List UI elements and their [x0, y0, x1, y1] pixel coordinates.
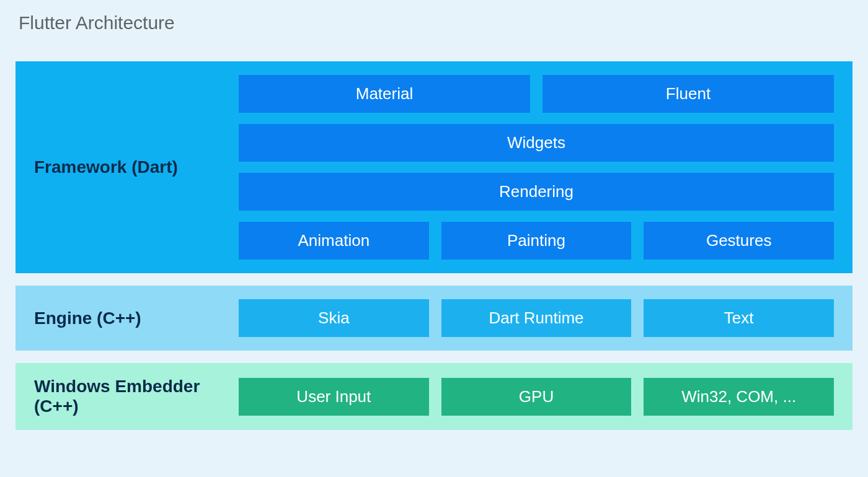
layers-container: Framework (Dart) Material Fluent Widgets…: [16, 61, 852, 430]
diagram-title: Flutter Architecture: [19, 12, 852, 33]
block-gestures: Gestures: [644, 222, 834, 260]
engine-layer: Engine (C++) Skia Dart Runtime Text: [16, 286, 852, 351]
framework-row-widgets: Widgets: [239, 124, 834, 162]
embedder-label: Windows Embedder (C++): [34, 377, 239, 416]
block-skia: Skia: [239, 299, 429, 337]
framework-label: Framework (Dart): [34, 157, 239, 177]
engine-content: Skia Dart Runtime Text: [239, 299, 834, 337]
framework-row-top: Material Fluent: [239, 75, 834, 113]
block-win32: Win32, COM, ...: [644, 378, 834, 416]
block-painting: Painting: [441, 222, 632, 260]
block-animation: Animation: [239, 222, 429, 260]
engine-row: Skia Dart Runtime Text: [239, 299, 834, 337]
block-fluent: Fluent: [542, 75, 834, 113]
block-user-input: User Input: [239, 378, 429, 416]
block-widgets: Widgets: [239, 124, 834, 162]
block-dart-runtime: Dart Runtime: [441, 299, 632, 337]
embedder-row: User Input GPU Win32, COM, ...: [239, 378, 834, 416]
engine-label: Engine (C++): [34, 309, 239, 328]
block-text: Text: [644, 299, 834, 337]
block-gpu: GPU: [441, 378, 632, 416]
block-rendering: Rendering: [239, 173, 834, 211]
framework-row-bottom: Animation Painting Gestures: [239, 222, 834, 260]
embedder-layer: Windows Embedder (C++) User Input GPU Wi…: [16, 363, 852, 430]
block-material: Material: [239, 75, 530, 113]
framework-row-rendering: Rendering: [239, 173, 834, 211]
embedder-content: User Input GPU Win32, COM, ...: [239, 378, 834, 416]
framework-layer: Framework (Dart) Material Fluent Widgets…: [16, 61, 852, 273]
framework-content: Material Fluent Widgets Rendering Animat…: [239, 75, 834, 260]
